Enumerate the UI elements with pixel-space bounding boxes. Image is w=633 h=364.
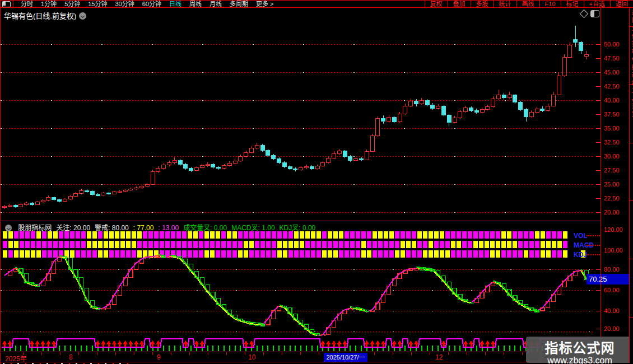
ribbon-cell	[434, 241, 439, 248]
ribbon-cell	[473, 231, 478, 239]
ribbon-cell	[445, 241, 450, 248]
ribbon-cell	[14, 231, 18, 239]
ribbon-cell	[546, 241, 551, 248]
ribbon-cell	[148, 241, 153, 248]
price-axis-label: 37.50	[604, 111, 631, 118]
ribbon-cell	[227, 231, 231, 239]
ribbon-cell	[373, 231, 377, 239]
ribbon-cell	[126, 231, 131, 239]
indicator-axis-label: 20.00	[604, 325, 631, 332]
toolbar-button-统计[interactable]: 统计	[494, 1, 516, 7]
period-tab-日线[interactable]: 日线	[165, 1, 185, 7]
dotted-leader	[587, 245, 600, 246]
candlestick-chart[interactable]	[1, 22, 601, 221]
ribbon-cell	[479, 241, 483, 248]
date-tick	[189, 352, 190, 355]
diamond-marker-icon[interactable]	[580, 10, 589, 18]
chevron-down-icon[interactable]	[79, 12, 86, 20]
ribbon-cell	[468, 241, 472, 248]
period-tab-更多 >[interactable]: 更多 >	[252, 1, 277, 7]
ribbon-cell	[132, 231, 136, 239]
date-axis[interactable]: 2025年89102025/10/27/一121	[1, 352, 601, 362]
date-label: 10	[248, 353, 255, 361]
period-tab-15分钟[interactable]: 15分钟	[84, 1, 111, 7]
ribbon-cell	[557, 241, 562, 248]
price-axis-label: 20.00	[604, 209, 631, 216]
date-label: 9	[157, 353, 161, 361]
panel-divider	[1, 221, 601, 221]
ribbon-cell	[216, 241, 220, 248]
ribbon-cell	[322, 231, 327, 239]
split-panel-icon[interactable]	[590, 10, 599, 17]
period-tab-5分钟[interactable]: 5分钟	[60, 1, 84, 7]
ribbon-cell	[154, 231, 159, 239]
toolbar-button-多股[interactable]: 多股	[471, 1, 494, 7]
ribbon-cell	[513, 241, 517, 248]
indicator-header: 股朋指标网关注: 20.00警戒: 80.00: 77.00: 13.00成交量…	[2, 222, 596, 230]
sidebar-toggle-icon[interactable]	[2, 1, 11, 7]
ribbon-cell	[176, 231, 181, 239]
ribbon-cell	[300, 231, 304, 239]
ribbon-cell	[92, 241, 97, 248]
ribbon-cell	[316, 231, 321, 239]
ribbon-cell	[563, 241, 567, 248]
toolbar-button-+自选[interactable]: +自选	[584, 1, 610, 7]
symbol-title[interactable]: 华锡有色(日线.前复权)	[4, 10, 86, 21]
ribbon-cell	[277, 231, 282, 239]
toolbar-button-叠加[interactable]: 叠加	[448, 1, 471, 7]
ribbon-cell	[395, 231, 399, 239]
indicator-param: : 77.00	[133, 224, 154, 232]
strip-divider	[630, 143, 633, 143]
ribbon-cell	[160, 241, 164, 248]
ribbon-cell	[333, 231, 338, 239]
title-row: 华锡有色(日线.前复权)	[1, 8, 600, 21]
ribbon-cell	[429, 231, 433, 239]
ribbon-cell	[356, 241, 360, 248]
ribbon-cell	[384, 241, 388, 248]
ribbon-cell	[272, 231, 276, 239]
ribbon-cell	[468, 231, 472, 239]
toolbar-button-标记[interactable]: 标记	[561, 1, 584, 7]
ribbon-cell	[31, 241, 35, 248]
ribbon-cell	[305, 241, 310, 248]
ribbon-cell	[244, 241, 248, 248]
period-tab-月线[interactable]: 月线	[206, 1, 226, 7]
toolbar-button-返回[interactable]: 返回	[610, 1, 633, 7]
ribbon-cell	[501, 241, 506, 248]
period-tab-周线[interactable]: 周线	[185, 1, 206, 7]
ribbon-cell	[283, 231, 287, 239]
ribbon-cell	[31, 231, 35, 239]
ribbon-cell	[210, 241, 215, 248]
ribbon-cell	[457, 231, 461, 239]
ribbon-cell	[137, 241, 142, 248]
period-tab-分时[interactable]: 分时	[17, 1, 37, 7]
toolbar-button-F10[interactable]: F10	[539, 1, 561, 7]
oscillator-chart[interactable]	[1, 251, 601, 336]
ribbon-cell	[401, 241, 405, 248]
period-tab-1分钟[interactable]: 1分钟	[37, 1, 60, 7]
ribbon-cell	[378, 231, 383, 239]
ribbon-cell	[462, 231, 467, 239]
ribbon-cell	[406, 241, 411, 248]
chevron-circle-icon[interactable]	[5, 225, 12, 231]
period-tab-60分钟[interactable]: 60分钟	[138, 1, 165, 7]
ribbon-cell	[64, 241, 69, 248]
ribbon-cell	[115, 231, 119, 239]
ribbon-cell	[384, 231, 388, 239]
ribbon-cell	[367, 241, 371, 248]
ribbon-cell	[451, 231, 455, 239]
date-tick	[522, 352, 523, 355]
toolbar-button-画线[interactable]: 画线	[516, 1, 539, 7]
dotted-leader	[587, 235, 600, 236]
ribbon-cell	[165, 231, 170, 239]
period-tab-多周期[interactable]: 多周期	[226, 1, 252, 7]
ribbon-cell	[3, 241, 7, 248]
toolbar-button-复权[interactable]: 复权	[425, 1, 448, 7]
ribbon-cell	[255, 241, 259, 248]
date-tick	[374, 352, 375, 355]
ribbon-cell	[199, 231, 203, 239]
ribbon-cell	[53, 231, 58, 239]
right-tab-strip[interactable]: 盘口分价指标参数画线工具设置	[629, 8, 633, 363]
period-tab-30分钟[interactable]: 30分钟	[111, 1, 138, 7]
date-tick	[171, 352, 171, 355]
